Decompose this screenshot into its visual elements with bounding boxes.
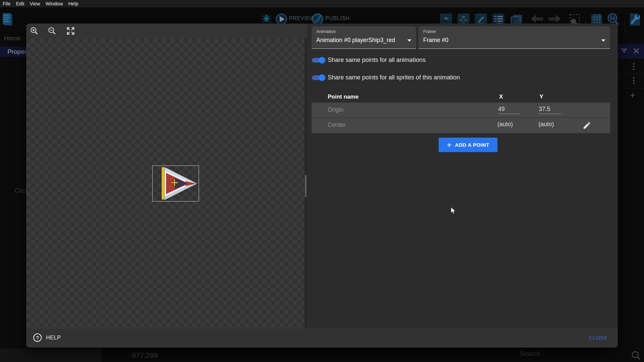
canvas-toolbar (26, 24, 307, 39)
right-panel-header (618, 44, 644, 58)
close-panel-icon[interactable] (633, 47, 640, 54)
x-header: X (499, 94, 503, 100)
settings-wrench-icon[interactable] (629, 13, 641, 26)
plus-icon: + (447, 141, 452, 149)
zoom-ratio-text: 1:1 (610, 16, 615, 20)
menu-window[interactable]: Window (46, 1, 63, 6)
svg-text:?: ? (36, 335, 39, 340)
undo-icon[interactable] (531, 15, 544, 24)
menu-file[interactable]: File (3, 1, 10, 6)
project-manager-icon[interactable] (2, 13, 14, 27)
menu-view[interactable]: View (30, 1, 40, 6)
center-x-value: (auto) (497, 121, 520, 128)
menu-edit[interactable]: Edit (16, 1, 24, 6)
status-bar: 677;299 (0, 349, 644, 362)
share-points-all-sprites-label: Share same points for all sprites of thi… (328, 74, 460, 81)
share-points-all-animations-toggle[interactable] (312, 58, 324, 63)
chevron-down-icon (601, 39, 605, 42)
point-name: Center (328, 121, 346, 129)
sprite-canvas[interactable] (26, 39, 307, 328)
dialog-footer: ? HELP CLOSE (26, 328, 618, 348)
search-input[interactable] (519, 350, 621, 358)
animation-select-label: Animation (316, 29, 336, 34)
filter-icon[interactable] (620, 48, 628, 54)
status-left-block (0, 349, 102, 362)
kebab-menu-icon[interactable] (633, 62, 635, 71)
tab-home[interactable]: Home (4, 35, 21, 42)
preview-play-icon[interactable] (276, 13, 287, 25)
dialog-side-panel: Animation Animation #0 playerShip3_red F… (307, 24, 618, 328)
frame-select-value: Frame #0 (423, 37, 448, 44)
menu-help[interactable]: Help (68, 1, 78, 6)
table-row-origin[interactable]: Origin 49 37.5 (312, 103, 610, 117)
fit-to-screen-icon[interactable] (66, 27, 75, 35)
help-button[interactable]: ? HELP (33, 333, 61, 342)
table-row-center[interactable]: Center (auto) (auto) (312, 117, 610, 133)
share-points-all-sprites-toggle[interactable] (312, 75, 324, 80)
y-header: Y (539, 94, 543, 100)
search-icon[interactable] (631, 351, 641, 360)
edit-point-icon[interactable] (582, 121, 591, 130)
center-y-value: (auto) (538, 121, 561, 128)
zoom-in-icon[interactable] (30, 27, 39, 35)
canvas-scrollbar[interactable] (305, 39, 307, 328)
frame-select-label: Frame (423, 29, 436, 34)
player-ship-sprite (153, 166, 199, 201)
frame-select[interactable]: Frame Frame #0 (418, 26, 610, 49)
add-point-button[interactable]: + ADD A POINT (439, 138, 497, 152)
publish-button[interactable]: PUBLISH (325, 15, 350, 22)
close-button[interactable]: CLOSE (589, 335, 608, 341)
menubar: File Edit View Window Help (0, 0, 644, 7)
point-name: Origin (328, 106, 344, 113)
zoom-out-icon[interactable] (48, 27, 56, 35)
origin-x-input[interactable]: 49 (498, 106, 520, 114)
cursor-coordinates: 677;299 (132, 351, 158, 359)
animation-select[interactable]: Animation Animation #0 playerShip3_red (312, 26, 416, 49)
scrollbar-handle[interactable] (305, 175, 307, 197)
search-field[interactable] (519, 350, 640, 361)
origin-y-input[interactable]: 37.5 (539, 106, 561, 114)
help-circle-icon: ? (33, 333, 42, 342)
redo-icon[interactable] (548, 15, 561, 24)
edit-points-dialog: Animation Animation #0 playerShip3_red F… (26, 24, 618, 348)
points-table-header: Point name X Y (312, 91, 610, 103)
preview-button[interactable]: PREVIEW (289, 15, 315, 22)
points-table: Point name X Y Origin 49 37.5 Center (au… (312, 91, 610, 133)
point-name-header: Point name (328, 94, 359, 100)
animation-select-value: Animation #0 playerShip3_red (316, 37, 395, 44)
app-window: File Edit View Window Help PREVIEW (0, 0, 644, 362)
chevron-down-icon (407, 39, 411, 42)
share-points-all-animations-label: Share same points for all animations (328, 57, 426, 64)
tab-properties-label: Proper (7, 48, 27, 56)
kebab-menu-icon[interactable] (633, 76, 635, 85)
sprite-bounding-box[interactable] (152, 166, 199, 202)
add-row-icon[interactable]: + (630, 90, 635, 101)
debug-icon[interactable] (261, 13, 272, 24)
